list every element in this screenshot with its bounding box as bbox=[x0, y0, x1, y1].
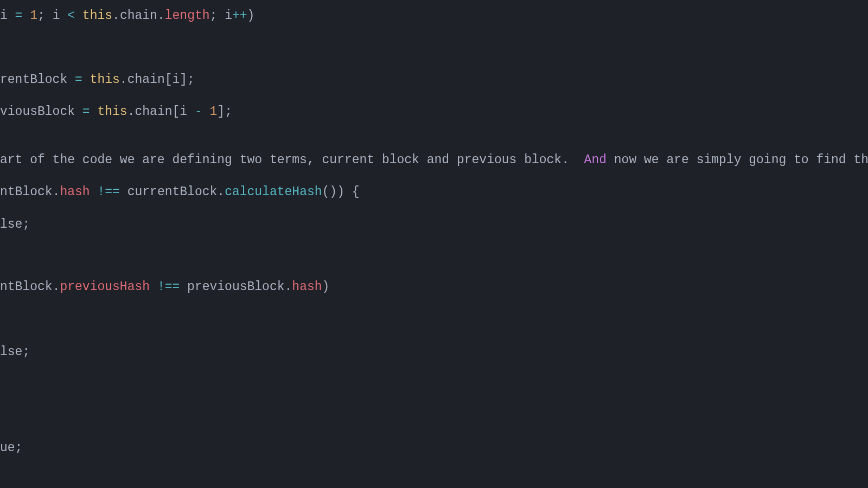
code-token: art of the code we are defining two term… bbox=[0, 153, 584, 167]
code-token: i bbox=[53, 9, 68, 23]
code-token: . bbox=[53, 185, 60, 199]
code-line[interactable]: ntBlock.hash !== currentBlock.calculateH… bbox=[0, 176, 360, 208]
code-token: [ bbox=[172, 105, 180, 119]
code-token: ) bbox=[322, 280, 330, 294]
code-token: lse bbox=[0, 217, 22, 232]
code-token: . bbox=[120, 73, 127, 87]
code-line[interactable]: lse; bbox=[0, 336, 30, 368]
code-line[interactable]: i = 1; i < this.chain.length; i++) bbox=[0, 0, 254, 32]
code-line[interactable]: ue; bbox=[0, 432, 22, 464]
code-token: chain bbox=[127, 73, 165, 87]
code-token: . bbox=[53, 280, 60, 294]
code-token: ]; bbox=[217, 105, 232, 119]
code-token: this bbox=[97, 105, 127, 119]
code-token: 1 bbox=[210, 105, 218, 119]
code-token: . bbox=[127, 105, 135, 119]
code-token: ; bbox=[22, 217, 30, 232]
code-token: . bbox=[217, 185, 225, 199]
code-token: chain bbox=[120, 9, 157, 23]
code-token: this bbox=[90, 73, 120, 87]
code-line[interactable]: viousBlock = this.chain[i - 1]; bbox=[0, 96, 232, 128]
code-token: = bbox=[75, 73, 90, 87]
code-token: i bbox=[0, 9, 15, 23]
code-token: length bbox=[165, 9, 210, 23]
code-token: !== bbox=[97, 185, 127, 199]
code-token: ntBlock bbox=[0, 185, 53, 199]
code-token: ; bbox=[22, 345, 30, 359]
code-token: !== bbox=[157, 280, 187, 294]
code-token: . bbox=[112, 9, 120, 23]
code-line[interactable]: rentBlock = this.chain[i]; bbox=[0, 64, 195, 96]
code-token: ; bbox=[15, 441, 23, 455]
code-token: i bbox=[180, 105, 195, 119]
code-token: i bbox=[225, 9, 232, 23]
code-token: = bbox=[15, 9, 30, 23]
code-token: now we are simply going to find the hash… bbox=[607, 153, 868, 167]
code-token: ++ bbox=[232, 9, 247, 23]
code-token: chain bbox=[135, 105, 172, 119]
code-token: 1 bbox=[30, 9, 37, 23]
code-token: . bbox=[157, 9, 165, 23]
code-token: ; bbox=[37, 9, 53, 23]
code-token: ; bbox=[210, 9, 225, 23]
code-token: ue bbox=[0, 441, 15, 455]
code-line[interactable]: art of the code we are defining two term… bbox=[0, 144, 868, 176]
code-token: i bbox=[173, 73, 180, 87]
code-token: . bbox=[285, 280, 292, 294]
code-token: this bbox=[82, 9, 112, 23]
code-token: hash bbox=[60, 185, 97, 199]
code-token: hash bbox=[292, 280, 322, 294]
code-line[interactable]: lse; bbox=[0, 209, 30, 241]
code-token: previousBlock bbox=[187, 280, 284, 294]
code-token: ntBlock bbox=[0, 280, 53, 294]
code-token: viousBlock bbox=[0, 105, 82, 119]
code-token: = bbox=[82, 105, 98, 119]
code-token: calculateHash bbox=[225, 185, 322, 199]
code-line[interactable]: ntBlock.previousHash !== previousBlock.h… bbox=[0, 271, 329, 303]
code-token: [ bbox=[165, 73, 173, 87]
code-token: ]; bbox=[180, 73, 195, 87]
code-token: ) bbox=[247, 9, 255, 23]
code-token: < bbox=[67, 9, 82, 23]
code-token: ()) { bbox=[322, 185, 360, 199]
code-token: rentBlock bbox=[0, 73, 75, 87]
code-token: currentBlock bbox=[127, 185, 218, 199]
code-token: And bbox=[584, 153, 607, 167]
code-token: lse bbox=[0, 345, 22, 359]
code-token: - bbox=[195, 105, 210, 119]
code-token: previousHash bbox=[60, 280, 157, 294]
